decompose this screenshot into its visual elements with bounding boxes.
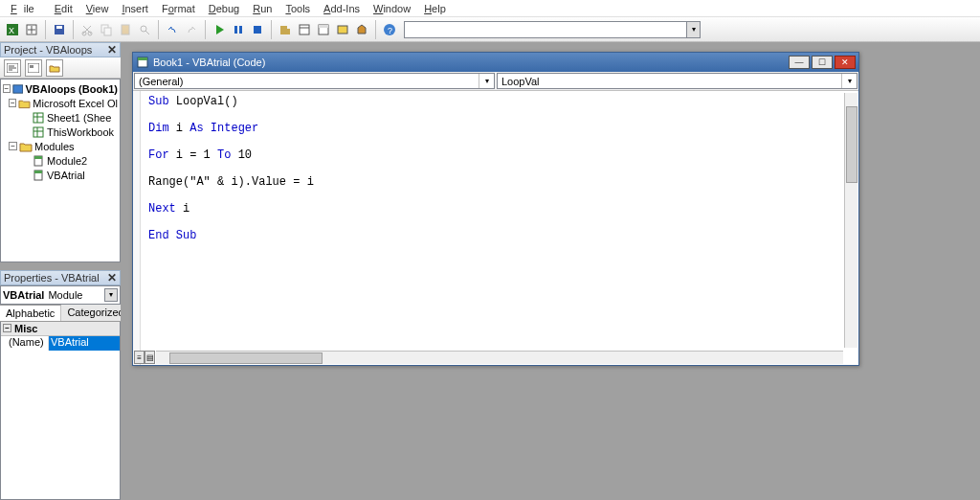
category-collapse-icon[interactable]: − [3, 324, 11, 332]
object-dropdown[interactable]: (General) ▾ [134, 73, 495, 89]
tree-collapse-icon[interactable]: − [3, 84, 11, 93]
design-mode-icon[interactable] [277, 21, 294, 38]
tree-module2[interactable]: Module2 [32, 153, 118, 168]
view-excel-icon[interactable]: X [4, 21, 21, 38]
scrollbar-thumb[interactable] [169, 352, 323, 364]
prop-name-label: (Name) [1, 336, 49, 351]
prop-row-name[interactable]: (Name) VBAtrial [1, 336, 120, 351]
properties-panel-header: Properties - VBAtrial ✕ [0, 270, 121, 285]
close-button[interactable]: ✕ [835, 56, 856, 69]
properties-object-selector[interactable]: VBAtrial Module ▾ [0, 285, 121, 305]
properties-icon[interactable] [315, 21, 332, 38]
main-toolbar: X ? ▾ [0, 17, 980, 42]
full-module-view-toggle[interactable]: ▤ [145, 351, 155, 364]
scrollbar-thumb[interactable] [846, 106, 858, 183]
copy-icon[interactable] [98, 21, 115, 38]
svg-rect-10 [104, 28, 111, 35]
tab-alphabetic[interactable]: Alphabetic [0, 305, 61, 321]
prop-name-value[interactable]: VBAtrial [49, 336, 120, 351]
tree-excel-objects[interactable]: − Microsoft Excel Ol [9, 96, 118, 110]
menu-view[interactable]: View [79, 2, 116, 15]
tree-sheet1[interactable]: Sheet1 (Shee [32, 110, 118, 125]
cut-icon[interactable] [78, 21, 96, 38]
help-icon[interactable]: ? [381, 21, 398, 38]
svg-rect-17 [254, 26, 261, 34]
object-browser-icon[interactable] [334, 21, 351, 38]
svg-marker-18 [280, 26, 290, 34]
project-explorer-icon[interactable] [296, 21, 313, 38]
prop-category-misc[interactable]: − Misc [1, 322, 120, 336]
svg-marker-32 [50, 66, 59, 72]
svg-rect-23 [338, 26, 347, 34]
properties-tabs: Alphabetic Categorized [0, 305, 121, 322]
svg-rect-22 [319, 25, 328, 28]
svg-line-13 [145, 31, 149, 34]
svg-rect-35 [33, 113, 43, 123]
svg-marker-41 [20, 144, 32, 151]
code-dropdown-row: (General) ▾ LoopVal ▾ [133, 72, 858, 91]
tree-collapse-icon[interactable]: − [9, 142, 17, 150]
menu-file[interactable]: File [4, 2, 48, 15]
run-icon[interactable] [211, 21, 228, 38]
tree-modules[interactable]: − Modules [9, 139, 118, 153]
toolbox-icon[interactable] [353, 21, 370, 38]
redo-icon[interactable] [183, 21, 200, 38]
break-icon[interactable] [230, 21, 247, 38]
paste-icon[interactable] [117, 21, 134, 38]
module-icon [32, 170, 45, 181]
svg-rect-19 [300, 25, 309, 34]
view-code-icon[interactable] [4, 59, 21, 77]
menu-edit[interactable]: Edit [48, 2, 79, 15]
svg-rect-15 [234, 26, 237, 34]
chevron-down-icon[interactable]: ▾ [479, 74, 494, 88]
horizontal-scrollbar[interactable] [156, 351, 843, 364]
mdi-client-area: Book1 - VBAtrial (Code) — ☐ ✕ (General) … [121, 42, 980, 500]
code-editor[interactable]: Sub LoopVal() Dim i As Integer For i = 1… [141, 91, 858, 365]
procedure-view-toggle[interactable]: ≡ [134, 351, 145, 364]
menu-window[interactable]: Window [367, 2, 417, 15]
chevron-down-icon[interactable]: ▾ [841, 74, 857, 88]
worksheet-icon [32, 112, 45, 124]
insert-module-icon[interactable] [23, 21, 40, 38]
svg-rect-11 [122, 25, 129, 34]
reset-icon[interactable] [249, 21, 266, 38]
menu-help[interactable]: Help [417, 2, 453, 15]
folder-icon [19, 141, 33, 152]
menu-tools[interactable]: Tools [278, 2, 317, 15]
project-panel-title: Project - VBAloops [4, 44, 92, 56]
find-icon[interactable] [136, 21, 153, 38]
svg-marker-34 [19, 101, 30, 107]
menu-debug[interactable]: Debug [202, 2, 246, 15]
minimize-button[interactable]: — [789, 56, 810, 69]
tree-collapse-icon[interactable]: − [9, 99, 16, 107]
maximize-button[interactable]: ☐ [812, 56, 833, 69]
project-panel-close[interactable]: ✕ [105, 43, 119, 57]
menu-addins[interactable]: Add-Ins [317, 2, 367, 15]
view-object-icon[interactable] [25, 59, 42, 77]
svg-rect-47 [138, 57, 147, 60]
svg-rect-33 [13, 84, 23, 92]
code-gutter [133, 91, 141, 365]
tree-thisworkbook[interactable]: ThisWorkbook [32, 125, 118, 139]
tree-root[interactable]: − VBAloops (Book1) [3, 81, 118, 96]
undo-icon[interactable] [164, 21, 181, 38]
chevron-down-icon[interactable]: ▾ [686, 22, 700, 37]
properties-grid: − Misc (Name) VBAtrial [0, 322, 121, 501]
tree-vbatrial[interactable]: VBAtrial [32, 168, 118, 182]
menu-run[interactable]: Run [246, 2, 278, 15]
menu-format[interactable]: Format [155, 2, 202, 15]
svg-text:X: X [9, 26, 14, 35]
project-tree[interactable]: − VBAloops (Book1) − Microsoft Excel Ol … [0, 79, 121, 262]
toolbar-line-column-box[interactable]: ▾ [404, 21, 701, 38]
chevron-down-icon[interactable]: ▾ [104, 288, 118, 302]
vertical-scrollbar[interactable] [844, 93, 858, 348]
code-window-titlebar[interactable]: Book1 - VBAtrial (Code) — ☐ ✕ [133, 53, 858, 72]
menu-insert[interactable]: Insert [115, 2, 155, 15]
properties-panel-close[interactable]: ✕ [105, 271, 119, 284]
properties-panel-title: Properties - VBAtrial [4, 272, 100, 284]
save-icon[interactable] [51, 21, 68, 38]
svg-text:?: ? [388, 26, 392, 35]
procedure-dropdown[interactable]: LoopVal ▾ [497, 73, 858, 89]
workbook-icon [32, 126, 45, 138]
toggle-folders-icon[interactable] [46, 59, 63, 77]
